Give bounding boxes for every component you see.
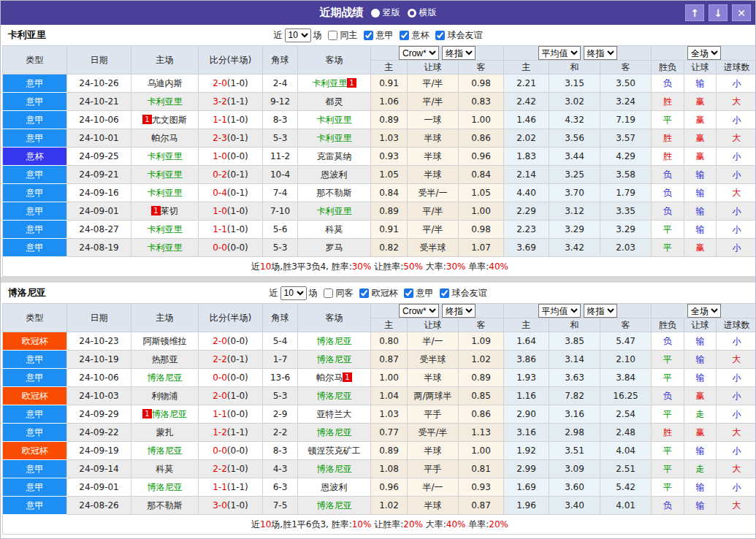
filter-checkbox[interactable]	[328, 31, 337, 40]
final-index-select[interactable]: 终指	[584, 304, 617, 318]
move-down-button[interactable]: ↓	[709, 4, 728, 21]
summary-segment: 场,胜3平3负4, 胜率:	[271, 261, 351, 272]
odds-handicap: 受半/一	[408, 184, 459, 202]
match-date: 24-10-03	[67, 387, 131, 405]
filter-checkbox[interactable]	[364, 31, 373, 40]
result-outcome: 负	[652, 202, 684, 221]
avg-home: 2.02	[504, 129, 549, 148]
league-badge: 意甲	[3, 478, 67, 497]
home-team: 1博洛尼亚	[131, 405, 199, 424]
fulltime-score: 1-1	[213, 224, 227, 234]
column-subheader: 客	[459, 61, 504, 74]
corner-count: 4-3	[263, 460, 298, 478]
avg-away: 16.25	[600, 387, 652, 405]
avg-away: 2.54	[600, 405, 652, 424]
recent-results-window: 近期战绩 竖版 横版 ↑ ↓ ✕ 卡利亚里近10场同主意甲意杯球会友谊类型日期主…	[0, 0, 756, 539]
halftime-score: (1-1)	[227, 427, 248, 437]
avg-away: 4.01	[600, 497, 652, 515]
avg-home: 3.69	[504, 239, 549, 257]
home-team: 卡利亚里	[131, 93, 199, 111]
avg-draw: 3.14	[549, 351, 600, 369]
filter-checkbox-label: 欧冠杯	[372, 287, 398, 299]
final-index-select[interactable]: 终指	[584, 46, 617, 60]
match-row: 意甲24-09-14科莫2-2(1-0)4-3博洛尼亚1.08平手0.812.9…	[3, 460, 756, 478]
filter-checkbox[interactable]	[324, 288, 333, 298]
final-index-select[interactable]: 终指	[442, 46, 476, 60]
radio-vertical-label: 竖版	[383, 7, 400, 19]
layout-radio-horizontal[interactable]: 横版	[408, 7, 437, 19]
match-date: 24-10-21	[67, 93, 131, 111]
match-date: 24-09-19	[67, 442, 131, 460]
results-table: 类型日期主场比分(半场)角球客场Crow*终指平均值终指全场主让球客主和客胜负让…	[2, 303, 756, 535]
corner-count: 7-10	[263, 202, 298, 221]
section-header: 卡利亚里近10场同主意甲意杯球会友谊	[2, 25, 754, 45]
fulltime-score: 2-0	[213, 336, 227, 346]
move-up-button[interactable]: ↑	[685, 4, 704, 21]
halftime-score: (0-1)	[227, 169, 248, 180]
halftime-score: (0-0)	[227, 151, 248, 161]
home-team: 卡利亚里	[131, 221, 199, 239]
away-team: 博洛尼亚	[298, 351, 371, 369]
filter-checkbox[interactable]	[359, 288, 369, 298]
odds-home: 1.05	[371, 166, 408, 184]
filter-checkbox[interactable]	[440, 288, 449, 298]
odds-home: 0.89	[371, 111, 408, 129]
league-badge: 意甲	[3, 424, 67, 442]
avg-away: 3.24	[600, 93, 652, 111]
odds-handicap: 平手	[408, 405, 459, 424]
avg-home: 3.86	[504, 351, 549, 369]
odds-handicap: 半球	[408, 166, 459, 184]
home-team-name: 莱切	[161, 206, 178, 216]
avg-away: 5.47	[600, 332, 652, 351]
scope-select[interactable]: 全场	[687, 46, 721, 60]
result-handicap: 赢	[684, 93, 717, 111]
filter-checkbox-label: 球会友谊	[452, 287, 487, 299]
fulltime-score: 0-4	[213, 188, 227, 198]
halftime-score: (0-1)	[227, 188, 248, 198]
filter-bar: 近10场同主意甲意杯球会友谊	[274, 28, 483, 42]
result-outcome: 胜	[652, 129, 684, 148]
final-index-select[interactable]: 终指	[442, 304, 476, 318]
result-goals: 小	[717, 442, 756, 460]
column-header: 比分(半场)	[199, 46, 263, 74]
summary-segment: 场,胜1平6负3, 胜率:	[271, 519, 351, 530]
match-date: 24-09-21	[67, 166, 131, 184]
result-handicap: 赢	[684, 129, 717, 148]
avg-away: 7.19	[600, 111, 652, 129]
halftime-score: (0-0)	[227, 336, 248, 346]
scope-select[interactable]: 全场	[687, 304, 721, 318]
away-team-name: 博洛尼亚	[317, 427, 352, 437]
home-team-name: 那不勒斯	[148, 500, 183, 511]
odds-provider-select[interactable]: Crow*	[399, 46, 439, 60]
games-count-select[interactable]: 10	[285, 28, 311, 42]
home-team: 帕尔马	[131, 129, 199, 148]
column-header: 主场	[131, 46, 199, 74]
fulltime-score: 1-1	[213, 115, 227, 125]
average-select[interactable]: 平均值	[538, 46, 581, 60]
league-badge: 意甲	[3, 369, 67, 387]
away-team-name: 都灵	[326, 96, 343, 107]
summary-segment: 10	[260, 519, 271, 530]
close-button[interactable]: ✕	[732, 4, 751, 21]
result-goals: 大	[717, 460, 756, 478]
filter-checkbox[interactable]	[404, 288, 413, 298]
filter-checkbox[interactable]	[400, 31, 409, 40]
away-team-name: 帕尔马	[316, 372, 343, 383]
match-score: 1-1(1-0)	[199, 221, 263, 239]
column-subheader: 和	[549, 318, 600, 332]
odds-home: 0.93	[371, 148, 408, 166]
match-score: 1-2(1-1)	[199, 424, 263, 442]
avg-draw: 3.42	[549, 239, 600, 257]
games-count-select[interactable]: 10	[280, 286, 307, 300]
odds-home: 0.89	[371, 442, 408, 460]
match-row: 意甲24-08-27卡利亚里1-1(1-0)5-6科莫0.91平/半0.982.…	[3, 221, 756, 239]
average-select[interactable]: 平均值	[538, 304, 581, 318]
result-outcome: 平	[652, 442, 684, 460]
odds-provider-select[interactable]: Crow*	[399, 304, 439, 318]
avg-home: 1.46	[504, 111, 549, 129]
filter-checkbox[interactable]	[435, 31, 445, 40]
avg-away: 3.84	[600, 369, 652, 387]
odds-away: 1.00	[459, 442, 504, 460]
layout-radio-vertical[interactable]: 竖版	[371, 7, 400, 19]
odds-home: 1.06	[371, 93, 408, 111]
